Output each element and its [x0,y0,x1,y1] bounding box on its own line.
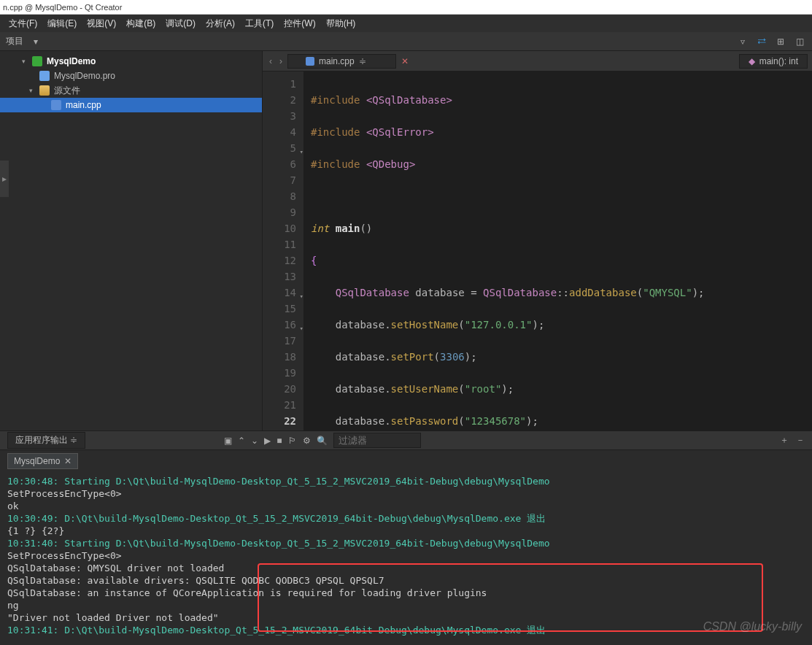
window-title: n.cpp @ MysqlDemo - Qt Creator [3,3,122,12]
output-panel-title-tab[interactable]: 应用程序输出 ≑ [7,432,85,449]
out-line: 10:31:41: D:\Qt\build-MysqlDemo-Desktop_… [7,624,805,636]
cpp-file-icon [51,100,61,110]
editor-tabs: ‹ › main.cpp ≑ ✕ ◆ main(): int [263,51,812,72]
menu-view[interactable]: 视图(V) [82,16,120,31]
out-line: "Driver not loaded Driver not loaded" [7,611,805,624]
search-icon[interactable]: 🔍 [317,436,328,446]
out-line: SetProcessEncType<0> [7,487,805,500]
output-panel-title: 应用程序输出 [15,435,68,445]
file-tab-icon [306,57,314,66]
pro-file-item[interactable]: MysqlDemo.pro [0,69,262,83]
output-plus-icon[interactable]: ＋ [780,434,789,447]
link-icon[interactable]: ⮂ [755,35,768,48]
output-minus-icon[interactable]: － [796,434,805,447]
menu-widgets[interactable]: 控件(W) [279,16,320,31]
code-text[interactable]: #include <QSqlDatabase> #include <QSqlEr… [303,72,712,430]
add-icon[interactable]: ⊞ [774,35,787,48]
line-gutter: 1 2 3 4 5▾ 6 7 8 9 10 11 12 13 14▾ 15 16… [263,72,303,430]
out-line: {1 ?} {2?} [7,525,805,537]
out-line: SetProcessEncType<0> [7,549,805,562]
output-up-icon[interactable]: ⌃ [238,436,245,446]
project-icon [32,56,42,66]
output-content[interactable]: 10:30:48: Starting D:\Qt\build-MysqlDemo… [0,472,812,644]
main-cpp-item[interactable]: main.cpp [0,98,262,112]
filter-input[interactable] [333,433,421,448]
menu-debug[interactable]: 调试(D) [161,16,200,31]
sources-group[interactable]: ▾ 源文件 [0,83,262,98]
output-run-tab[interactable]: MysqlDemo ✕ [7,453,78,469]
menu-tools[interactable]: 工具(T) [241,16,278,31]
project-panel: ▾ MysqlDemo MysqlDemo.pro ▾ 源文件 main.cpp [0,51,263,430]
project-root-label: MysqlDemo [47,56,96,66]
main-cpp-label: main.cpp [66,100,101,110]
sources-label: 源文件 [54,85,80,97]
project-root[interactable]: ▾ MysqlDemo [0,54,262,69]
stop-icon[interactable]: ■ [277,436,282,446]
output-header: 应用程序输出 ≑ ▣ ⌃ ⌄ ▶ ■ 🏳 ⚙ 🔍 ＋ － [0,431,812,450]
attach-icon[interactable]: 🏳 [288,436,297,446]
function-crumb[interactable]: ◆ main(): int [739,54,808,69]
nav-forward-icon[interactable]: › [277,56,285,66]
out-line: ok [7,500,805,512]
out-line: QSqlDatabase: an instance of QCoreApplic… [7,587,805,599]
menu-edit[interactable]: 编辑(E) [43,16,81,31]
close-output-tab-icon[interactable]: ✕ [64,456,71,466]
out-line: 10:30:48: Starting D:\Qt\build-MysqlDemo… [7,475,805,487]
menu-file[interactable]: 文件(F) [4,16,42,31]
pro-file-label: MysqlDemo.pro [54,71,115,81]
output-target-icon[interactable]: ▣ [224,436,232,446]
file-tab-label: main.cpp [319,56,355,66]
crumb-label: main(): int [759,56,798,66]
project-panel-title: 项目 [6,35,23,47]
nav-back-icon[interactable]: ‹ [267,56,274,66]
project-toolbar: 项目 ▾ ▿ ⮂ ⊞ ◫ [0,32,812,51]
dropdown-icon[interactable]: ▾ [29,35,42,48]
out-line: 10:30:49: D:\Qt\build-MysqlDemo-Desktop_… [7,512,805,525]
sidebar-handle[interactable]: ▸ [0,161,9,197]
settings-icon[interactable]: ⚙ [303,436,311,446]
window-titlebar: n.cpp @ MysqlDemo - Qt Creator [0,0,812,15]
out-line: ng [7,599,805,611]
pro-file-icon [39,71,50,81]
out-line: 10:31:40: Starting D:\Qt\build-MysqlDemo… [7,537,805,549]
output-panel: 应用程序输出 ≑ ▣ ⌃ ⌄ ▶ ■ 🏳 ⚙ 🔍 ＋ － MysqlDemo ✕… [0,430,812,644]
editor-pane: ‹ › main.cpp ≑ ✕ ◆ main(): int 1 2 3 4 5… [263,51,812,430]
close-tab-icon[interactable]: ✕ [399,56,411,66]
run-icon[interactable]: ▶ [264,436,271,446]
out-line: QSqlDatabase: available drivers: QSQLITE… [7,574,805,587]
output-run-tab-label: MysqlDemo [14,456,60,466]
split-icon[interactable]: ◫ [793,35,806,48]
out-line: QSqlDatabase: QMYSQL driver not loaded [7,562,805,574]
filter-icon[interactable]: ▿ [736,35,749,48]
output-down-icon[interactable]: ⌄ [251,436,258,446]
code-editor[interactable]: 1 2 3 4 5▾ 6 7 8 9 10 11 12 13 14▾ 15 16… [263,72,812,430]
file-tab[interactable]: main.cpp ≑ [287,54,396,69]
menubar: 文件(F) 编辑(E) 视图(V) 构建(B) 调试(D) 分析(A) 工具(T… [0,15,812,32]
folder-icon [39,85,50,96]
crumb-icon: ◆ [749,56,755,66]
menu-analyze[interactable]: 分析(A) [201,16,239,31]
menu-help[interactable]: 帮助(H) [322,16,360,31]
menu-build[interactable]: 构建(B) [122,16,160,31]
